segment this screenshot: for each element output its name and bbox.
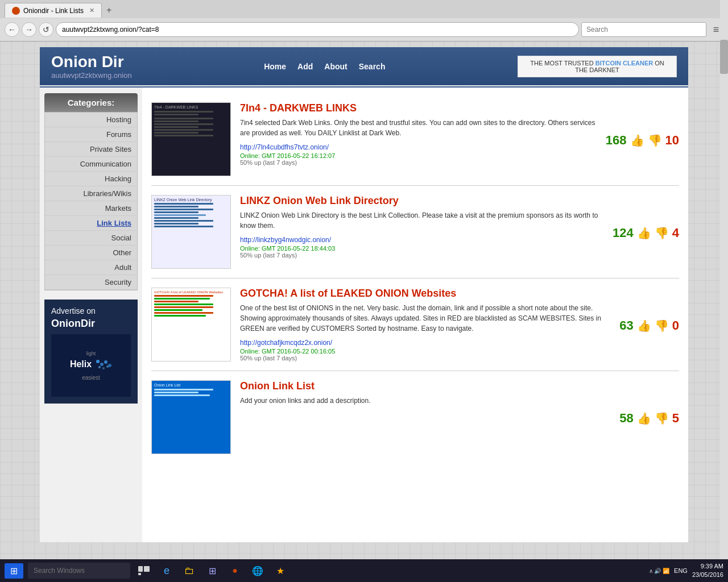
sidebar-item-communication[interactable]: Communication — [45, 157, 137, 172]
new-tab-button[interactable]: + — [102, 5, 116, 15]
vote-up-count-1: 168 — [606, 133, 627, 148]
site-header: Onion Dir auutwvpt2zktxwng.onion Home Ad… — [40, 47, 688, 85]
listing-uptime-1: 50% up (last 7 days) — [240, 159, 297, 166]
scrollbar-track[interactable] — [720, 0, 728, 581]
taskbar-store-icon[interactable]: ⊞ — [203, 562, 221, 580]
vote-down-count-4: 5 — [672, 411, 679, 426]
sidebar-item-forums[interactable]: Forums — [45, 127, 137, 142]
active-tab[interactable]: Oniondir - Link Lists ✕ — [5, 3, 102, 18]
sidebar-item-adult[interactable]: Adult — [45, 260, 137, 275]
address-bar[interactable] — [56, 22, 579, 37]
svg-rect-7 — [138, 566, 143, 572]
vote-down-count-3: 0 — [672, 318, 679, 333]
forward-button[interactable]: → — [22, 22, 36, 37]
listing-meta-2: Online: GMT 2016-05-22 18:44:03 50% up (… — [240, 245, 603, 259]
listing-url-3[interactable]: http://gotchafjkmcqdz2x.onion/ — [240, 339, 332, 347]
browser-controls: ← → ↺ ≡ — [0, 18, 728, 41]
listing-info-4: Onion Link List Add your onion links and… — [240, 380, 610, 454]
listing-thumb-3: GOTCHA! A list of LEAKED ONION Websites — [151, 288, 231, 361]
sidebar-item-libraries[interactable]: Libraries/Wikis — [45, 186, 137, 201]
listing-thumb-4: Onion Link List — [151, 380, 231, 454]
thumbs-up-icon-4[interactable]: 👍 — [637, 411, 651, 425]
svg-point-5 — [102, 367, 105, 369]
nav-add[interactable]: Add — [297, 62, 313, 71]
thumbs-down-icon-1[interactable]: 👎 — [648, 134, 662, 147]
vote-up-count-2: 124 — [613, 226, 634, 240]
tab-close-button[interactable]: ✕ — [89, 7, 94, 14]
vote-down-count-1: 10 — [665, 133, 679, 148]
refresh-button[interactable]: ↺ — [39, 22, 53, 37]
svg-point-1 — [100, 363, 104, 366]
start-button[interactable]: ⊞ — [5, 563, 23, 579]
sidebar-item-social[interactable]: Social — [45, 231, 137, 246]
listing-info-1: 7In4 - DARKWEB LINKS 7in4 selected Dark … — [240, 102, 597, 176]
thumb-mockup-2: LINKZ Onion Web Link Directory — [152, 196, 230, 268]
taskbar-search-input[interactable] — [28, 563, 130, 579]
nav-home[interactable]: Home — [264, 62, 286, 71]
taskbar-edge-icon[interactable]: e — [158, 562, 176, 580]
scrollbar-thumb[interactable] — [720, 40, 728, 74]
back-button[interactable]: ← — [5, 22, 19, 37]
svg-point-0 — [96, 360, 100, 363]
site-domain: auutwvpt2zktxwng.onion — [51, 71, 132, 80]
vote-up-count-3: 63 — [619, 318, 633, 333]
taskbar-explorer-icon[interactable]: 🗀 — [180, 562, 198, 580]
listing-title-4[interactable]: Onion Link List — [240, 380, 610, 392]
taskbar: ⊞ e 🗀 ⊞ ● 🌐 ★ ∧ 🔊 📶 ENG 9:39 AM 23/05/20… — [0, 559, 728, 581]
sidebar-item-hosting[interactable]: Hosting — [45, 113, 137, 127]
ad-thumbnail: light Helix — [51, 334, 131, 397]
browser-chrome: Oniondir - Link Lists ✕ + ← → ↺ ≡ — [0, 0, 728, 41]
main-content: Categories: Hosting Forums Private Sites… — [40, 88, 688, 542]
windows-icon: ⊞ — [10, 566, 18, 576]
listing-title-1[interactable]: 7In4 - DARKWEB LINKS — [240, 102, 597, 114]
banner-bitcoin: BITCOIN CLEANER — [595, 60, 653, 66]
listing-desc-1: 7in4 selected Dark Web Links. Only the b… — [240, 118, 597, 138]
svg-point-4 — [98, 366, 101, 368]
helix-icon — [95, 359, 112, 370]
sidebar: Categories: Hosting Forums Private Sites… — [40, 88, 142, 542]
listing-meta-1: Online: GMT 2016-05-22 16:12:07 50% up (… — [240, 152, 597, 166]
thumbs-up-icon-2[interactable]: 👍 — [637, 226, 651, 240]
taskbar-app2-icon[interactable]: 🌐 — [249, 562, 267, 580]
listing-title-3[interactable]: GOTCHA! A list of LEAKED ONION Websites — [240, 288, 610, 300]
listing-title-2[interactable]: LINKZ Onion Web Link Directory — [240, 195, 603, 207]
page-wrapper: Onion Dir auutwvpt2zktxwng.onion Home Ad… — [0, 41, 728, 581]
listing-url-1[interactable]: http://7ln4cubdfhs7tvtz.onion/ — [240, 143, 329, 151]
thumbs-up-icon-1[interactable]: 👍 — [630, 134, 644, 147]
sidebar-item-link-lists[interactable]: Link Lists — [45, 216, 137, 231]
sidebar-item-other[interactable]: Other — [45, 246, 137, 260]
date-display: 23/05/2016 — [692, 571, 723, 579]
listing-item: GOTCHA! A list of LEAKED ONION Websites — [151, 278, 679, 371]
taskbar-task-view[interactable] — [135, 562, 153, 580]
thumbs-down-icon-3[interactable]: 👎 — [655, 319, 669, 332]
browser-search-input[interactable] — [581, 22, 706, 37]
sidebar-item-markets[interactable]: Markets — [45, 201, 137, 216]
listing-meta-3: Online: GMT 2016-05-22 00:16:05 50% up (… — [240, 348, 610, 361]
taskbar-app1-icon[interactable]: ● — [226, 562, 244, 580]
site-nav: Home Add About Search — [264, 62, 385, 71]
listing-votes-1: 168 👍 👎 10 — [606, 102, 679, 176]
header-banner: THE MOST TRUSTED BITCOIN CLEANER ON THE … — [518, 56, 677, 77]
sidebar-item-hacking[interactable]: Hacking — [45, 172, 137, 186]
ad-easiest: easiest — [82, 375, 100, 381]
svg-point-6 — [106, 365, 109, 368]
listing-area: 7In4 - DARKWEB LINKS — [142, 88, 688, 542]
listing-online-2: Online: GMT 2016-05-22 18:44:03 — [240, 245, 335, 252]
thumbs-up-icon-3[interactable]: 👍 — [637, 319, 651, 332]
listing-item: 7In4 - DARKWEB LINKS — [151, 93, 679, 186]
nav-about[interactable]: About — [324, 62, 347, 71]
thumbs-down-icon-4[interactable]: 👎 — [655, 411, 669, 425]
thumbs-down-icon-2[interactable]: 👎 — [655, 226, 669, 240]
tray-lang: ENG — [674, 567, 688, 574]
vote-up-count-4: 58 — [619, 411, 633, 426]
nav-search[interactable]: Search — [359, 62, 386, 71]
listing-votes-4: 58 👍 👎 5 — [619, 380, 679, 454]
categories-list: Hosting Forums Private Sites Communicati… — [44, 112, 138, 290]
sidebar-item-private-sites[interactable]: Private Sites — [45, 142, 137, 157]
taskbar-app3-icon[interactable]: ★ — [271, 562, 289, 580]
thumb-mockup-1: 7In4 - DARKWEB LINKS — [152, 103, 230, 176]
listing-url-2[interactable]: http://linkzbyg4nwodgic.onion/ — [240, 236, 331, 244]
sidebar-item-security[interactable]: Security — [45, 275, 137, 290]
listing-thumb-1: 7In4 - DARKWEB LINKS — [151, 102, 231, 176]
tab-favicon — [12, 7, 20, 15]
